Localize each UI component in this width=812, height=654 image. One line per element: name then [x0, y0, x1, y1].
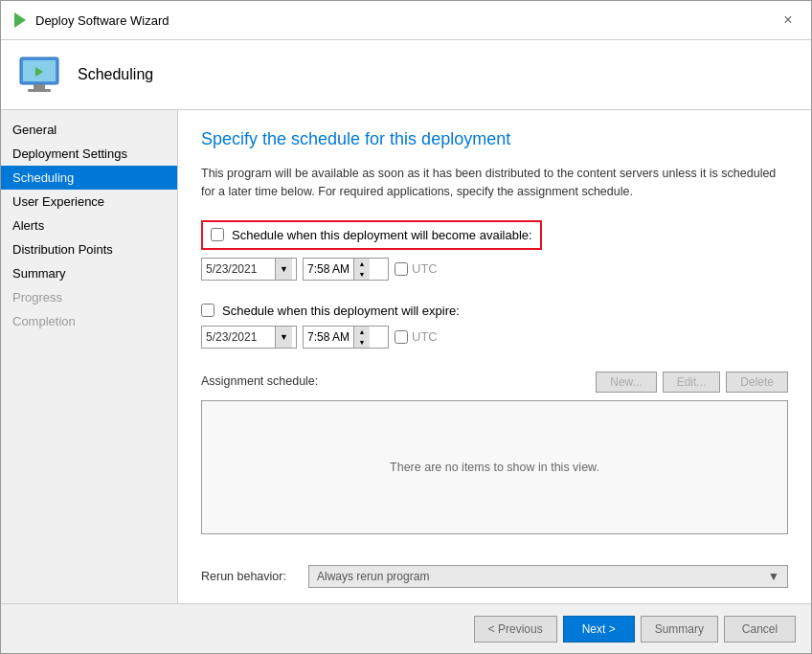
title-bar: Deploy Software Wizard ×: [1, 1, 811, 40]
rerun-dropdown-icon: ▼: [768, 570, 779, 583]
description-text: This program will be available as soon a…: [201, 165, 788, 201]
sidebar-item-completion: Completion: [1, 309, 177, 333]
schedule-available-date-row: 5/23/2021 ▼ 7:58 AM ▲ ▼ UTC: [201, 258, 788, 281]
schedule-available-time-spinner: ▲ ▼: [353, 259, 370, 280]
schedule-available-date-text: 5/23/2021: [206, 262, 271, 276]
schedule-expire-label: Schedule when this deployment will expir…: [222, 304, 460, 318]
new-assignment-button[interactable]: New...: [596, 372, 656, 393]
schedule-expire-checkbox-row: Schedule when this deployment will expir…: [201, 304, 788, 318]
schedule-expire-date-dropdown-btn[interactable]: ▼: [275, 327, 292, 348]
sidebar-item-deployment-settings[interactable]: Deployment Settings: [1, 142, 177, 166]
schedule-available-utc-checkbox[interactable]: [395, 262, 408, 276]
schedule-available-time-text: 7:58 AM: [307, 262, 350, 276]
schedule-expire-section: Schedule when this deployment will expir…: [201, 304, 788, 360]
schedule-expire-date-text: 5/23/2021: [206, 330, 271, 344]
assignment-list-box: There are no items to show in this view.: [201, 400, 788, 534]
dialog-title: Deploy Software Wizard: [35, 13, 169, 28]
footer: < Previous Next > Summary Cancel: [1, 603, 811, 653]
time-down-btn[interactable]: ▼: [354, 269, 370, 280]
sidebar-item-alerts[interactable]: Alerts: [1, 214, 177, 237]
schedule-expire-utc-label: UTC: [412, 329, 438, 344]
rerun-select-value: Always rerun program: [317, 570, 429, 583]
computer-icon: [16, 52, 62, 98]
svg-rect-3: [28, 89, 51, 92]
schedule-available-checkbox[interactable]: [211, 228, 224, 241]
sidebar-item-progress: Progress: [1, 285, 177, 309]
assignment-schedule-section: Assignment schedule: New... Edit... Dele…: [201, 372, 788, 534]
schedule-expire-utc-checkbox[interactable]: [395, 330, 408, 344]
rerun-select[interactable]: Always rerun program ▼: [308, 565, 788, 588]
title-bar-left: Deploy Software Wizard: [12, 12, 169, 28]
page-title: Specify the schedule for this deployment: [201, 129, 788, 149]
schedule-expire-time-spinner: ▲ ▼: [353, 327, 370, 348]
sidebar-item-scheduling[interactable]: Scheduling: [1, 166, 177, 190]
expire-time-up-btn[interactable]: ▲: [354, 327, 370, 337]
arrow-icon: [14, 12, 26, 28]
schedule-available-time-input[interactable]: 7:58 AM ▲ ▼: [303, 258, 389, 281]
svg-rect-2: [34, 84, 45, 89]
schedule-available-section: Schedule when this deployment will becom…: [201, 220, 788, 292]
schedule-available-date-dropdown-btn[interactable]: ▼: [275, 259, 292, 280]
schedule-available-date-input[interactable]: 5/23/2021 ▼: [201, 258, 297, 281]
main-content: Specify the schedule for this deployment…: [178, 110, 811, 603]
expire-time-down-btn[interactable]: ▼: [354, 337, 370, 348]
schedule-available-checkbox-row: Schedule when this deployment will becom…: [201, 220, 542, 250]
list-empty-text: There are no items to show in this view.: [390, 461, 599, 474]
schedule-expire-date-row: 5/23/2021 ▼ 7:58 AM ▲ ▼ UTC: [201, 326, 788, 349]
schedule-expire-time-input[interactable]: 7:58 AM ▲ ▼: [303, 326, 389, 349]
deploy-software-wizard-dialog: Deploy Software Wizard × Scheduling Gene…: [0, 0, 812, 654]
body-area: General Deployment Settings Scheduling U…: [1, 110, 811, 603]
assignment-schedule-label: Assignment schedule:: [201, 374, 318, 388]
schedule-available-utc: UTC: [395, 261, 438, 276]
cancel-button[interactable]: Cancel: [724, 616, 796, 643]
schedule-available-label: Schedule when this deployment will becom…: [232, 228, 532, 242]
next-button[interactable]: Next >: [563, 616, 635, 643]
assignment-buttons: New... Edit... Delete: [596, 372, 788, 393]
previous-button[interactable]: < Previous: [474, 616, 557, 643]
sidebar-item-user-experience[interactable]: User Experience: [1, 190, 177, 214]
delete-assignment-button[interactable]: Delete: [726, 372, 788, 393]
rerun-label: Rerun behavior:: [201, 570, 297, 583]
header-subtitle: Scheduling: [78, 66, 153, 83]
rerun-section: Rerun behavior: Always rerun program ▼: [201, 565, 788, 588]
sidebar-item-distribution-points[interactable]: Distribution Points: [1, 237, 177, 261]
schedule-expire-date-input[interactable]: 5/23/2021 ▼: [201, 326, 297, 349]
sidebar: General Deployment Settings Scheduling U…: [1, 110, 178, 603]
close-button[interactable]: ×: [777, 9, 800, 32]
schedule-expire-checkbox[interactable]: [201, 304, 214, 317]
edit-assignment-button[interactable]: Edit...: [663, 372, 721, 393]
summary-button[interactable]: Summary: [641, 616, 718, 643]
wizard-icon: [12, 12, 28, 28]
schedule-expire-time-text: 7:58 AM: [307, 330, 350, 344]
sidebar-item-general[interactable]: General: [1, 118, 177, 142]
schedule-expire-utc: UTC: [395, 329, 438, 344]
sidebar-item-summary[interactable]: Summary: [1, 261, 177, 285]
header-area: Scheduling: [1, 40, 811, 110]
schedule-available-utc-label: UTC: [412, 261, 438, 276]
time-up-btn[interactable]: ▲: [354, 259, 370, 269]
